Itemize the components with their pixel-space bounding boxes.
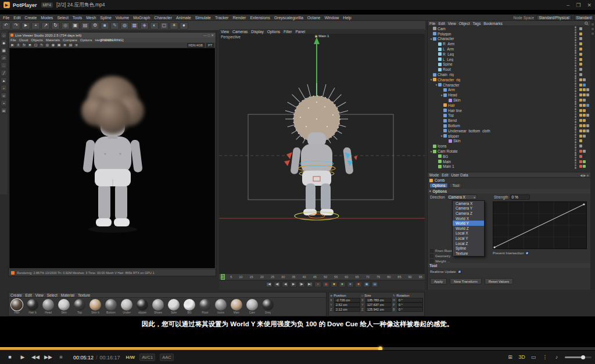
tag-icons[interactable] (578, 33, 590, 35)
next-file-button[interactable]: ▶▶ (42, 351, 55, 364)
direction-option[interactable]: Local Y (453, 236, 484, 241)
direction-option[interactable]: Camera X (453, 201, 484, 206)
last-tool-icon[interactable]: ◎ (61, 22, 70, 30)
menu-item[interactable]: File (3, 16, 9, 20)
layout-selector[interactable]: Standard (574, 15, 594, 20)
octane-menu-item[interactable]: Objects (31, 38, 42, 42)
record-parameter-icon[interactable]: ■ (355, 282, 362, 287)
record-rotation-icon[interactable]: ■ (347, 282, 354, 287)
kernel-badge[interactable]: PT (206, 43, 214, 48)
menu-item[interactable]: Tracker (215, 16, 228, 20)
tag-icons[interactable] (578, 150, 590, 153)
volume-slider[interactable] (565, 356, 592, 358)
viewport-menu-item[interactable]: Filter (284, 30, 292, 34)
menu-item[interactable]: Mesh (86, 16, 96, 20)
subtitle-icon[interactable]: ▭ (530, 351, 537, 364)
tag-icons[interactable] (578, 119, 590, 122)
field-checkbox[interactable] (430, 249, 433, 253)
menu-item[interactable]: Character (154, 16, 172, 20)
object-row[interactable]: ▾ Character_rig (428, 77, 590, 82)
rotate-tool-icon[interactable]: ↻ (51, 22, 60, 30)
grid-icon[interactable]: ⊞ (1, 107, 7, 114)
tag-icons[interactable] (578, 68, 590, 71)
edges-mode-icon[interactable]: ╱ (1, 70, 7, 76)
material-item[interactable]: Hair b (26, 299, 40, 314)
direction-option[interactable]: Local X (453, 231, 484, 236)
record-scale-icon[interactable]: ■ (339, 282, 346, 287)
coordinate-value[interactable]: 2.52 cm (334, 302, 360, 307)
object-row[interactable]: R_Leg (428, 52, 590, 57)
object-row[interactable]: Skin (428, 139, 590, 144)
material-item[interactable]: Main (230, 299, 243, 314)
material-picker-icon[interactable]: ✎ (39, 43, 44, 48)
viewport-label[interactable]: Perspective (221, 35, 241, 39)
volume-builder-icon[interactable]: ▩ (130, 22, 139, 30)
hardware-decode-badge[interactable]: H/W (126, 355, 135, 360)
octane-menu-item[interactable]: File (10, 38, 16, 42)
move-tool-icon[interactable]: + (31, 22, 40, 30)
tag-icons[interactable] (578, 160, 590, 163)
viewport-menu-item[interactable]: Display (251, 30, 263, 34)
viewport-menu-item[interactable]: Panel (296, 30, 306, 34)
material-item[interactable]: Sole (167, 299, 181, 314)
stop-button[interactable]: ■ (3, 351, 16, 364)
material-icon[interactable]: ● (180, 22, 188, 30)
menu-item[interactable]: Help (343, 16, 351, 20)
undo-icon[interactable]: ↶ (2, 22, 10, 30)
menu-item[interactable]: Spline (100, 16, 111, 20)
realtime-update-checkbox[interactable]: ✓ (458, 270, 461, 273)
object-manager-menu-item[interactable]: Object (459, 21, 470, 26)
minimize-button[interactable]: – (567, 2, 569, 8)
object-row[interactable]: L_Arm (428, 46, 590, 52)
volume-knob[interactable] (581, 355, 585, 359)
attribute-menu-item[interactable]: User Data (451, 173, 468, 177)
object-row[interactable]: Bottom (428, 123, 590, 128)
coordinate-value[interactable]: 0 ° (397, 302, 423, 307)
points-mode-icon[interactable]: ∴ (1, 62, 7, 69)
light-icon[interactable]: ☀ (170, 22, 178, 30)
tag-icons[interactable] (578, 129, 590, 132)
menu-item[interactable]: Octane (307, 16, 321, 20)
viewer-settings-icon[interactable]: ≡ (74, 43, 79, 48)
menu-item[interactable]: Simulate (195, 16, 211, 20)
texture-mode-icon[interactable]: ▦ (1, 47, 7, 53)
camera-lock-icon[interactable]: ▣ (56, 43, 62, 48)
volume-icon[interactable]: ♪ (553, 351, 560, 364)
coordinate-value[interactable]: 125.942 cm (365, 307, 392, 312)
model-mode-icon[interactable]: ◆ (1, 39, 7, 46)
menu-item[interactable]: Volume (116, 16, 129, 20)
direction-option[interactable]: Local Z (453, 241, 484, 246)
direction-option[interactable]: Spline (453, 246, 484, 251)
tag-icons[interactable] (578, 99, 590, 102)
object-row[interactable]: Polygon (428, 31, 590, 37)
object-row[interactable]: Cam (428, 26, 590, 31)
tag-icons[interactable] (578, 135, 590, 138)
material-menu-item[interactable]: Edit (26, 293, 32, 297)
object-row[interactable]: ▾ slipper (428, 134, 590, 139)
object-row[interactable]: Main 1 (428, 164, 590, 170)
prevent-intersection-checkbox[interactable]: ✓ (525, 251, 529, 255)
live-selection-icon[interactable]: ► (21, 22, 30, 30)
pen-spline-icon[interactable]: ✎ (110, 22, 119, 30)
cube-primitive-icon[interactable]: ■ (101, 22, 109, 30)
tag-icons[interactable] (578, 139, 590, 142)
material-item[interactable]: Under (120, 299, 134, 314)
tag-icons[interactable] (578, 37, 590, 40)
field-icon[interactable]: ◐ (150, 22, 159, 30)
object-manager-menu-item[interactable]: Edit (438, 21, 445, 26)
direction-option[interactable]: World Y (453, 221, 484, 226)
keyframe-presets-icon[interactable]: ▤ (371, 282, 378, 287)
mograph-icon[interactable]: ◈ (140, 22, 149, 30)
tool-action-button[interactable]: Reset Values (485, 278, 513, 284)
object-row[interactable]: Icons (428, 143, 590, 149)
render-play-icon[interactable]: ▶ (10, 43, 15, 48)
octane-menu-item[interactable]: Materials (46, 38, 60, 42)
object-row[interactable]: ▾ Character (428, 82, 590, 88)
octane-render-viewport[interactable] (9, 48, 215, 268)
scale-tool-icon[interactable]: ↗ (41, 22, 50, 30)
play-forward-button[interactable]: ▶ (290, 282, 297, 287)
viewport-menu-item[interactable]: Cameras (232, 30, 248, 34)
attribute-menu-item[interactable]: Mode (429, 173, 439, 177)
falloff-curve-editor[interactable] (493, 201, 587, 249)
tag-icons[interactable] (578, 53, 590, 56)
